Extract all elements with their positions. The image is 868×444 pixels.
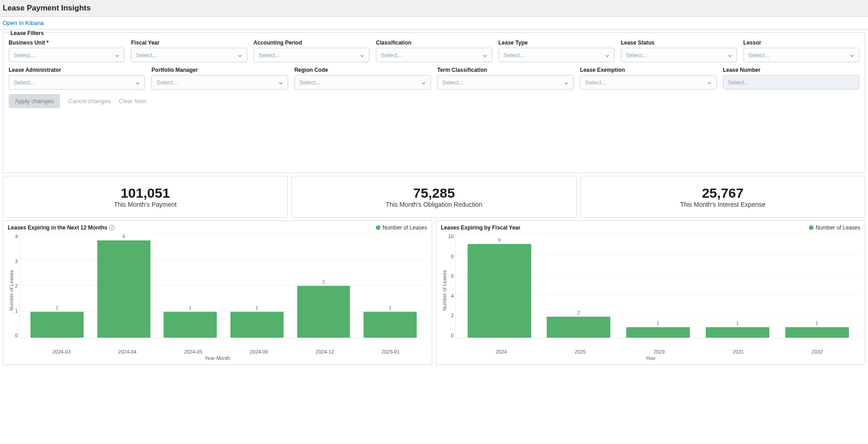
bar-rect (230, 312, 284, 338)
filter-select[interactable]: Select... (376, 48, 492, 62)
bar[interactable]: 2 (540, 234, 618, 338)
bar[interactable]: 1 (358, 234, 423, 338)
chart-legend: Number of Leases (809, 224, 860, 231)
bar-rect (164, 312, 217, 338)
bar[interactable]: 1 (699, 234, 777, 338)
bar-value-label: 4 (122, 234, 125, 239)
select-placeholder: Select... (259, 52, 280, 59)
subheader: Open In Kibana (0, 17, 868, 30)
kpi-card: 101,051This Month's Payment (3, 176, 288, 218)
filter-field: ClassificationSelect... (376, 40, 492, 62)
bar[interactable]: 4 (91, 234, 156, 338)
filter-select[interactable]: Select... (499, 48, 614, 62)
filter-actions: Apply changes Cancel changes Clear form (9, 94, 859, 108)
filter-field: Fiscal YearSelect... (131, 40, 247, 62)
y-tick: 10 (448, 234, 454, 239)
bar-rect (785, 327, 849, 338)
filter-select[interactable]: Select... (254, 48, 369, 62)
kpi-label: This Month's Payment (8, 201, 283, 208)
filter-select[interactable]: Select... (743, 48, 859, 62)
clear-form-button[interactable]: Clear form (119, 98, 147, 105)
chevron-down-icon (279, 80, 283, 85)
chart-title: Leases Expiring by Fiscal Year (441, 224, 860, 231)
filter-select[interactable]: Select... (131, 48, 247, 62)
plot-area[interactable]: 92111 (455, 234, 860, 338)
bar[interactable]: 1 (158, 234, 223, 338)
bar-value-label: 2 (322, 279, 325, 284)
filter-label: Lease Administrator (9, 67, 145, 73)
select-placeholder: Select... (14, 79, 35, 86)
filter-field: Accounting PeriodSelect... (254, 40, 369, 62)
filter-label: Portfolio Manager (151, 67, 288, 73)
chart-leases-expiring-12mo: Leases Expiring in the Next 12 Months i … (3, 220, 432, 365)
bar-rect (297, 286, 350, 338)
y-tick: 0 (448, 333, 454, 338)
bar-rect (626, 327, 690, 338)
open-in-kibana-link[interactable]: Open In Kibana (3, 20, 44, 26)
bar-value-label: 1 (255, 305, 258, 310)
filter-select[interactable]: Select... (151, 75, 288, 90)
bar[interactable]: 1 (25, 234, 90, 338)
filter-select[interactable]: Select... (9, 48, 125, 62)
filter-field: Business Unit *Select... (9, 40, 125, 62)
x-tick: 2025-01 (358, 349, 424, 354)
x-tick: 2024 (462, 349, 541, 354)
x-tick: 2024-06 (226, 349, 292, 354)
filter-field: LessorSelect... (743, 40, 859, 62)
filter-select[interactable]: Select... (580, 75, 716, 90)
filter-label: Lease Type (499, 40, 614, 46)
kpi-label: This Month's Interest Expense (585, 201, 860, 208)
filter-label: Lessor (743, 40, 859, 46)
x-tick: 2024-12 (292, 349, 358, 354)
kpi-row: 101,051This Month's Payment75,285This Mo… (3, 176, 865, 218)
select-placeholder: Select... (442, 79, 464, 86)
x-tick: 2024-05 (160, 349, 226, 354)
filter-select[interactable]: Select... (9, 75, 145, 90)
chevron-down-icon (850, 53, 854, 57)
filter-select: Select... (723, 75, 859, 90)
y-tick: 8 (448, 254, 454, 259)
filters-row-1: Business Unit *Select...Fiscal YearSelec… (9, 40, 859, 62)
y-axis-label: Number of Leases (441, 234, 448, 347)
filter-label: Fiscal Year (131, 40, 247, 46)
filters-legend: Lease Filters (9, 30, 45, 36)
lease-filters-panel: Lease Filters Business Unit *Select...Fi… (3, 32, 865, 173)
plot-area[interactable]: 141121 (20, 234, 427, 338)
y-tick: 4 (15, 234, 18, 239)
filter-select[interactable]: Select... (294, 75, 431, 90)
info-icon[interactable]: i (109, 225, 115, 230)
bar-rect (364, 312, 417, 338)
chevron-down-icon (115, 53, 120, 57)
select-placeholder: Select... (728, 79, 749, 86)
chevron-down-icon (564, 80, 569, 85)
chevron-down-icon (728, 53, 732, 57)
x-tick: 2032 (778, 349, 857, 354)
filter-label: Business Unit * (9, 40, 125, 46)
filter-select[interactable]: Select... (437, 75, 574, 90)
x-ticks: 20242025202920312032 (458, 347, 860, 354)
bar[interactable]: 1 (619, 234, 697, 338)
bar[interactable]: 1 (778, 234, 856, 338)
bar-value-label: 2 (577, 310, 580, 315)
bar-value-label: 1 (657, 320, 659, 326)
filter-label: Accounting Period (254, 40, 369, 46)
bar-value-label: 1 (389, 305, 392, 310)
select-placeholder: Select... (504, 52, 525, 59)
bar-value-label: 1 (816, 320, 818, 326)
select-placeholder: Select... (381, 52, 402, 59)
x-tick: 2029 (620, 349, 699, 354)
y-ticks: 43210 (15, 234, 20, 338)
bar[interactable]: 1 (224, 234, 289, 338)
cancel-changes-button[interactable]: Cancel changes (68, 98, 110, 105)
filter-select[interactable]: Select... (621, 48, 737, 62)
apply-changes-button[interactable]: Apply changes (9, 94, 60, 108)
bar[interactable]: 9 (460, 234, 538, 338)
x-tick: 2024-03 (29, 349, 95, 354)
bar[interactable]: 2 (291, 234, 356, 338)
filter-label: Lease Status (621, 40, 737, 46)
filters-row-2: Lease AdministratorSelect...Portfolio Ma… (9, 67, 859, 90)
select-placeholder: Select... (156, 79, 178, 86)
chart-legend: Number of Leases (376, 224, 427, 231)
chevron-down-icon (238, 53, 242, 57)
bar-rect (30, 312, 84, 338)
